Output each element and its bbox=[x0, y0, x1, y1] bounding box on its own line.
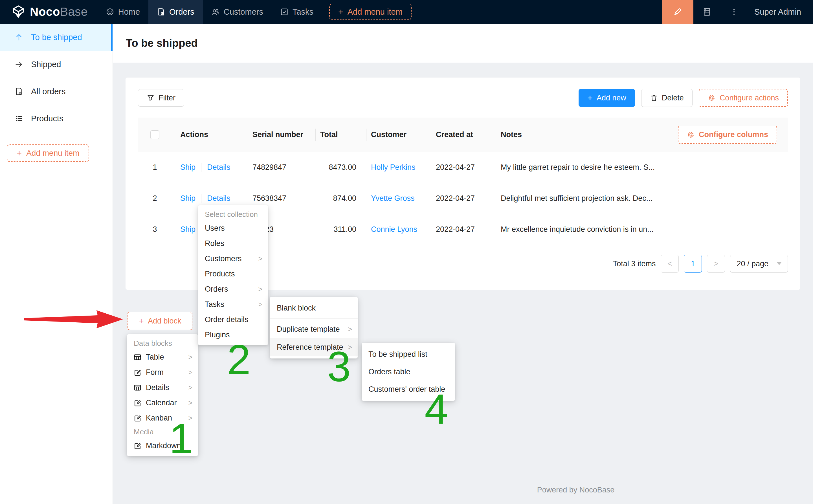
row-index: 1 bbox=[138, 152, 172, 183]
add-block-label: Add block bbox=[148, 317, 181, 325]
chevron-left-icon: < bbox=[667, 259, 672, 268]
menu-item-table[interactable]: Table > bbox=[127, 349, 198, 365]
action-divider bbox=[201, 194, 201, 203]
select-collection-menu: Select collection Users Roles Customers>… bbox=[198, 205, 268, 345]
total-count: Total 3 items bbox=[613, 259, 656, 268]
column-header-notes[interactable]: Notes bbox=[496, 118, 666, 152]
menu-item-to-be-shipped-list[interactable]: To be shipped list bbox=[362, 345, 455, 363]
nav-item-tasks[interactable]: Tasks bbox=[272, 0, 322, 24]
ship-link[interactable]: Ship bbox=[180, 225, 195, 234]
customer-link[interactable]: Connie Lyons bbox=[371, 225, 417, 234]
menu-item-users[interactable]: Users bbox=[198, 221, 268, 236]
nav-item-orders[interactable]: Orders bbox=[148, 0, 203, 24]
notes-cell: Delightful met sufficient projection ask… bbox=[496, 183, 666, 214]
trash-icon bbox=[650, 94, 658, 102]
page-1-button[interactable]: 1 bbox=[684, 255, 702, 273]
menu-item-label: Duplicate template bbox=[277, 325, 340, 334]
nav-item-label: Tasks bbox=[293, 7, 313, 17]
more-menu-button[interactable] bbox=[720, 0, 748, 24]
table-grid-icon bbox=[134, 384, 141, 391]
nav-item-home[interactable]: Home bbox=[97, 0, 148, 24]
configure-actions-button[interactable]: Configure actions bbox=[699, 89, 788, 107]
customer-link[interactable]: Holly Perkins bbox=[371, 163, 416, 172]
add-block-button[interactable]: + Add block bbox=[128, 312, 192, 330]
chevron-down-icon bbox=[777, 262, 781, 265]
collections-icon-button[interactable] bbox=[693, 0, 720, 24]
page-size-select[interactable]: 20 / page bbox=[730, 255, 788, 273]
menu-item-duplicate-template[interactable]: Duplicate template> bbox=[270, 320, 358, 338]
details-link[interactable]: Details bbox=[207, 194, 230, 203]
column-header-serial-number[interactable]: Serial number bbox=[248, 118, 316, 152]
select-all-checkbox[interactable] bbox=[150, 130, 159, 139]
menu-item-orders-table[interactable]: Orders table bbox=[362, 363, 455, 380]
filter-button[interactable]: Filter bbox=[138, 89, 184, 107]
plus-icon: + bbox=[139, 316, 144, 325]
sidebar-add-menu-item-button[interactable]: + Add menu item bbox=[7, 144, 89, 162]
nav-add-menu-item-button[interactable]: + Add menu item bbox=[329, 4, 412, 20]
ship-link[interactable]: Ship bbox=[180, 194, 195, 203]
menu-item-details[interactable]: Details > bbox=[127, 380, 198, 395]
total-cell: 874.00 bbox=[316, 183, 366, 214]
next-page-button[interactable]: > bbox=[707, 255, 725, 273]
form-icon bbox=[134, 369, 141, 376]
row-index: 3 bbox=[138, 214, 172, 245]
nav-item-label: Customers bbox=[224, 7, 263, 17]
sidebar-item-shipped[interactable]: Shipped bbox=[0, 51, 113, 78]
annotation-step-4: 4 bbox=[425, 388, 448, 430]
column-header-total[interactable]: Total bbox=[316, 118, 366, 152]
page-size-value: 20 / page bbox=[737, 259, 768, 268]
column-header-customer[interactable]: Customer bbox=[366, 118, 431, 152]
brand-light: Base bbox=[60, 5, 88, 18]
menu-title: Select collection bbox=[198, 208, 268, 221]
menu-item-orders[interactable]: Orders> bbox=[198, 281, 268, 297]
nav-add-menu-item-label: Add menu item bbox=[348, 7, 403, 17]
menu-item-customers[interactable]: Customers> bbox=[198, 251, 268, 266]
menu-item-label: Calendar bbox=[146, 399, 177, 407]
sidebar-item-all-orders[interactable]: All orders bbox=[0, 78, 113, 105]
menu-item-roles[interactable]: Roles bbox=[198, 236, 268, 251]
sidebar-item-to-be-shipped[interactable]: To be shipped bbox=[0, 24, 113, 51]
table-toolbar: Filter + Add new Delete bbox=[138, 89, 788, 107]
page-title: To be shipped bbox=[113, 37, 198, 49]
details-link[interactable]: Details bbox=[207, 163, 230, 172]
row-index: 2 bbox=[138, 183, 172, 214]
menu-item-tasks[interactable]: Tasks> bbox=[198, 297, 268, 312]
row-actions-cell: Ship Details bbox=[172, 152, 248, 183]
form-icon bbox=[134, 399, 141, 407]
annotation-step-1: 1 bbox=[169, 417, 193, 460]
empty-cell bbox=[666, 183, 788, 214]
delete-button[interactable]: Delete bbox=[641, 89, 693, 107]
brand-bold: Noco bbox=[30, 5, 60, 18]
ui-editor-button[interactable] bbox=[662, 0, 693, 24]
column-header-created-at[interactable]: Created at bbox=[431, 118, 496, 152]
customer-link[interactable]: Yvette Gross bbox=[371, 194, 415, 203]
nav-item-label: Orders bbox=[169, 7, 194, 17]
kebab-icon bbox=[729, 7, 739, 16]
menu-item-calendar[interactable]: Calendar > bbox=[127, 395, 198, 410]
configure-columns-button[interactable]: Configure columns bbox=[678, 126, 777, 144]
menu-item-label: Plugins bbox=[205, 331, 230, 339]
nav-item-customers[interactable]: Customers bbox=[203, 0, 272, 24]
highlighter-icon bbox=[673, 7, 683, 17]
menu-item-label: Orders bbox=[205, 285, 228, 294]
chevron-right-icon: > bbox=[188, 384, 192, 392]
action-divider bbox=[201, 163, 201, 172]
sidebar-item-products[interactable]: Products bbox=[0, 105, 113, 132]
user-menu[interactable]: Super Admin bbox=[748, 7, 813, 17]
annotation-step-2: 2 bbox=[227, 338, 251, 381]
menu-item-products[interactable]: Products bbox=[198, 266, 268, 281]
nocobase-logo[interactable]: NocoBase bbox=[0, 5, 97, 19]
menu-item-order-details[interactable]: Order details bbox=[198, 312, 268, 327]
prev-page-button[interactable]: < bbox=[661, 255, 679, 273]
created-at-cell: 2022-04-27 bbox=[431, 152, 496, 183]
arrow-right-icon bbox=[15, 60, 23, 69]
add-new-button[interactable]: + Add new bbox=[579, 89, 635, 107]
brand-text: NocoBase bbox=[30, 5, 88, 19]
ship-link[interactable]: Ship bbox=[180, 163, 195, 172]
plus-icon: + bbox=[587, 93, 593, 102]
configure-actions-label: Configure actions bbox=[720, 94, 779, 102]
column-header-actions[interactable]: Actions bbox=[172, 118, 248, 152]
menu-item-blank-block[interactable]: Blank block bbox=[270, 299, 358, 317]
menu-item-form[interactable]: Form > bbox=[127, 365, 198, 380]
configure-columns-cell: Configure columns bbox=[666, 118, 788, 152]
